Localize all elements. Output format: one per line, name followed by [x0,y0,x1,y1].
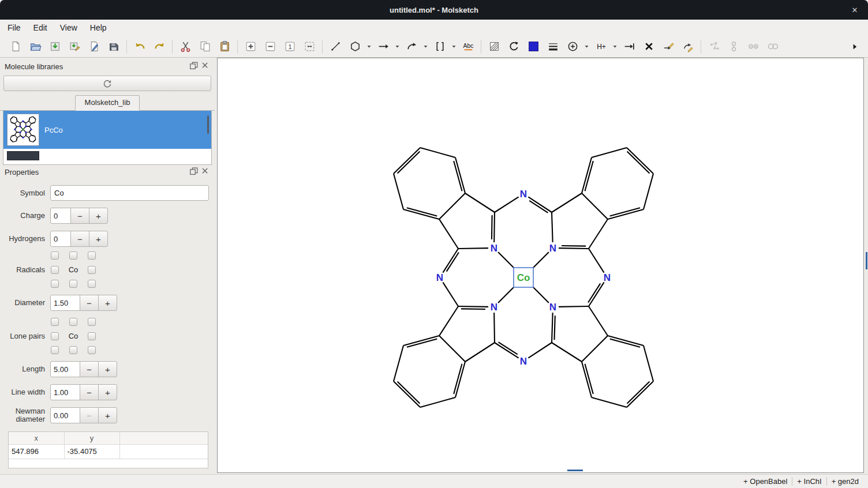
redo-button[interactable] [149,37,169,56]
atom-label-N[interactable]: N [491,302,497,313]
radical-toggle[interactable] [88,280,96,288]
zoom-fit-button[interactable] [300,37,319,56]
menu-help[interactable]: Help [84,21,113,35]
rotate-tool-button[interactable] [504,37,523,56]
radical-toggle[interactable] [69,251,77,260]
library-list-item-partial[interactable] [3,149,211,164]
hydrogens-decrease-button[interactable]: − [70,231,89,247]
save-all-button[interactable] [104,37,124,56]
curved-arrow-tool-button[interactable] [402,37,421,56]
open-folder-button[interactable] [25,37,45,56]
properties-float-button[interactable] [188,167,200,177]
newman-diameter-increase-button[interactable]: + [98,407,117,423]
charge-tool-button[interactable] [563,37,582,56]
titlebar[interactable]: untitled.mol* - Molsketch ✕ [0,0,868,20]
copy-button[interactable] [195,37,215,56]
hydrogens-increase-button[interactable]: + [89,231,108,247]
diameter-value-input[interactable] [50,295,80,311]
zoom-out-button[interactable] [260,37,280,56]
library-list-item[interactable]: PcCo [3,111,211,149]
new-document-button[interactable] [6,37,25,56]
ring-tool-button[interactable] [345,37,365,56]
save-as-button[interactable] [65,37,84,56]
lone-pair-toggle[interactable] [51,318,59,326]
menu-file[interactable]: File [1,21,27,35]
library-float-button[interactable] [188,61,200,72]
menu-view[interactable]: View [54,21,84,35]
lone-pair-toggle[interactable] [51,346,59,354]
molecule-canvas[interactable]: CoNNNNNNNN [217,58,864,473]
hatch-tool-button[interactable] [484,37,504,56]
line-width-tool-button[interactable] [543,37,563,56]
ring-tool-dropdown[interactable] [365,37,373,56]
reaction-arrow-button[interactable] [373,37,393,56]
reaction-arrow-dropdown[interactable] [393,37,402,56]
atom-label-N[interactable]: N [436,272,443,283]
charge-increase-button[interactable]: + [89,208,108,224]
lone-pair-toggle[interactable] [88,332,96,340]
lone-pair-toggle[interactable] [69,346,77,354]
zoom-original-button[interactable]: 1 [280,37,300,56]
color-swatch-button[interactable] [523,37,543,56]
diameter-increase-button[interactable]: + [98,295,117,311]
lone-pair-toggle[interactable] [69,318,77,326]
properties-close-button[interactable] [200,167,211,177]
tab-molsketch-lib[interactable]: Molsketch_lib [75,95,140,111]
charge-value-input[interactable] [50,208,71,224]
lone-pair-toggle[interactable] [88,346,96,354]
radical-toggle[interactable] [88,266,96,274]
molecule[interactable]: CoNNNNNNNN [394,148,653,407]
coords-x-cell[interactable]: 547.896 [9,444,64,459]
paste-button[interactable] [215,37,234,56]
atom-label-N[interactable]: N [520,356,527,367]
length-decrease-button[interactable]: − [80,361,99,377]
atom-label-N[interactable]: N [549,243,556,254]
coords-y-cell[interactable]: -35.4075 [64,444,119,459]
bracket-tool-button[interactable] [430,37,450,56]
reaction-map-tool-button[interactable] [659,37,678,56]
length-value-input[interactable] [50,361,80,377]
undo-button[interactable] [130,37,149,56]
diameter-decrease-button[interactable]: − [80,295,99,311]
text-tool-button[interactable]: Abc [458,37,478,56]
draw-bond-button[interactable] [326,37,345,56]
delete-tool-button[interactable] [639,37,659,56]
charge-decrease-button[interactable]: − [70,208,89,224]
lone-pair-toggle[interactable] [88,318,96,326]
newman-diameter-decrease-button[interactable]: − [80,407,99,423]
atom-label-N[interactable]: N [491,243,497,254]
radical-toggle[interactable] [69,280,77,288]
atom-label-N[interactable]: N [520,189,527,200]
canvas-hscroll-indicator[interactable] [567,470,583,471]
save-button[interactable] [45,37,65,56]
lone-pair-toggle[interactable] [51,332,59,340]
line-width-value-input[interactable] [50,384,80,400]
hydrogens-value-input[interactable] [50,231,71,247]
radical-toggle[interactable] [51,266,59,274]
library-scrollbar[interactable] [207,115,209,134]
bracket-tool-dropdown[interactable] [450,37,458,56]
symbol-input[interactable] [50,185,209,201]
atom-label-Co[interactable]: Co [517,272,530,283]
hydrogen-tool-button[interactable]: H+ [591,37,611,56]
mechanism-tool-button[interactable] [678,37,698,56]
canvas-vscroll-indicator[interactable] [866,252,867,269]
library-refresh-button[interactable] [3,76,211,91]
curved-arrow-tool-dropdown[interactable] [421,37,430,56]
charge-tool-dropdown[interactable] [582,37,591,56]
radical-toggle[interactable] [51,280,59,288]
length-increase-button[interactable]: + [98,361,117,377]
menu-edit[interactable]: Edit [27,21,54,35]
molecule-drawing[interactable]: CoNNNNNNNN [218,58,863,472]
library-close-button[interactable] [200,61,211,72]
line-width-increase-button[interactable]: + [98,384,117,400]
hydrogen-tool-dropdown[interactable] [611,37,619,56]
window-close-button[interactable]: ✕ [850,5,860,15]
radical-toggle[interactable] [51,251,59,260]
cut-button[interactable] [175,37,195,56]
radical-toggle[interactable] [88,251,96,260]
toolbar-overflow-button[interactable] [845,37,865,56]
line-width-decrease-button[interactable]: − [80,384,99,400]
export-document-button[interactable] [84,37,104,56]
electron-flow-tool-button[interactable] [619,37,639,56]
